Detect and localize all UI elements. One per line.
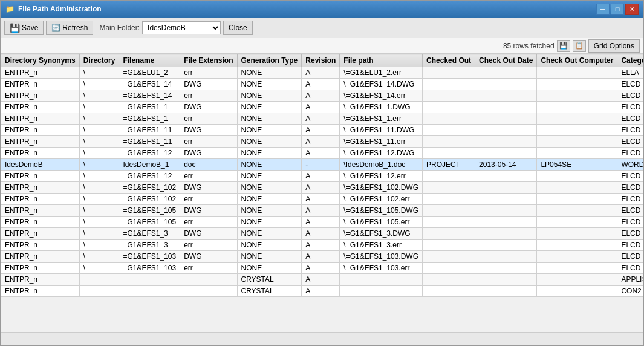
- table-cell: NONE: [237, 79, 302, 90]
- table-cell: \: [79, 102, 119, 113]
- table-row[interactable]: ENTPR_nCRYSTALACON2: [1, 286, 644, 297]
- table-cell: =G1&EFS1_14: [119, 90, 180, 102]
- table-cell: [340, 286, 423, 297]
- table-cell: CRYSTAL: [237, 286, 302, 297]
- table-cell: ENTPR_n: [1, 263, 80, 274]
- table-row[interactable]: ENTPR_n\=G1&EFS1_12errNONEA\=G1&EFS1_12.…: [1, 171, 644, 182]
- table-cell: =G1&ELU1_2: [119, 67, 180, 79]
- table-row[interactable]: ENTPR_n\=G1&EFS1_12DWGNONEA\=G1&EFS1_12.…: [1, 148, 644, 159]
- table-cell: ELCD: [617, 125, 643, 136]
- table-cell: \: [79, 125, 119, 136]
- table-cell: [475, 274, 537, 286]
- table-cell: ELCD: [617, 136, 643, 148]
- table-row[interactable]: ENTPR_n\=G1&EFS1_3errNONEA\=G1&EFS1_3.er…: [1, 240, 644, 251]
- table-cell: \: [79, 240, 119, 251]
- table-cell: [475, 171, 537, 182]
- save-button[interactable]: 💾 Save: [4, 21, 44, 35]
- table-row[interactable]: ENTPR_n\=G1&EFS1_103errNONEA\=G1&EFS1_10…: [1, 263, 644, 274]
- table-cell: [537, 148, 617, 159]
- table-row[interactable]: ENTPR_n\=G1&ELU1_2errNONEA\=G1&ELU1_2.er…: [1, 67, 644, 79]
- table-cell: NONE: [237, 205, 302, 217]
- table-cell: A: [302, 228, 340, 240]
- table-row[interactable]: ENTPR_n\=G1&EFS1_102DWGNONEA\=G1&EFS1_10…: [1, 182, 644, 194]
- table-cell: CON2: [617, 286, 643, 297]
- table-cell: [475, 194, 537, 205]
- table-cell: [423, 125, 475, 136]
- copy-icon-button[interactable]: 📋: [573, 40, 586, 52]
- table-row[interactable]: ENTPR_n\=G1&EFS1_102errNONEA\=G1&EFS1_10…: [1, 194, 644, 205]
- table-row[interactable]: ENTPR_n\=G1&EFS1_11errNONEA\=G1&EFS1_11.…: [1, 136, 644, 148]
- table-cell: A: [302, 136, 340, 148]
- table-cell: [79, 286, 119, 297]
- table-cell: \=G1&EFS1_11.err: [340, 136, 423, 148]
- table-cell: NONE: [237, 240, 302, 251]
- table-cell: -: [302, 159, 340, 171]
- table-row[interactable]: ENTPR_n\=G1&EFS1_103DWGNONEA\=G1&EFS1_10…: [1, 251, 644, 263]
- table-cell: A: [302, 113, 340, 125]
- minimize-button[interactable]: ─: [596, 4, 610, 15]
- table-cell: NONE: [237, 263, 302, 274]
- table-cell: \=G1&EFS1_3.err: [340, 240, 423, 251]
- table-cell: [537, 171, 617, 182]
- table-row[interactable]: ENTPR_n\=G1&EFS1_105errNONEA\=G1&EFS1_10…: [1, 217, 644, 228]
- table-row[interactable]: ENTPR_nCRYSTALAAPPLIST: [1, 274, 644, 286]
- maximize-button[interactable]: □: [611, 4, 624, 15]
- table-cell: A: [302, 125, 340, 136]
- refresh-button[interactable]: 🔄 Refresh: [46, 21, 93, 35]
- close-button[interactable]: Close: [223, 21, 253, 35]
- save-label: Save: [22, 24, 38, 32]
- data-table: Directory Synonyms Directory Filename Fi…: [1, 54, 643, 297]
- close-window-button[interactable]: ✕: [625, 4, 639, 15]
- table-cell: \: [79, 205, 119, 217]
- table-row[interactable]: ENTPR_n\=G1&EFS1_14DWGNONEA\=G1&EFS1_14.…: [1, 79, 644, 90]
- main-folder-select[interactable]: IdesDemoB: [142, 21, 221, 34]
- table-cell: \: [79, 79, 119, 90]
- table-cell: \: [79, 113, 119, 125]
- table-cell: DWG: [180, 148, 237, 159]
- table-cell: [537, 263, 617, 274]
- table-cell: [423, 136, 475, 148]
- table-cell: NONE: [237, 136, 302, 148]
- table-cell: [537, 217, 617, 228]
- table-cell: [537, 182, 617, 194]
- table-cell: [423, 194, 475, 205]
- table-row[interactable]: ENTPR_n\=G1&EFS1_105DWGNONEA\=G1&EFS1_10…: [1, 205, 644, 217]
- col-checked-out: Checked Out: [423, 54, 475, 67]
- table-row[interactable]: ENTPR_n\=G1&EFS1_14errNONEA\=G1&EFS1_14.…: [1, 90, 644, 102]
- bottom-bar: [1, 332, 643, 345]
- col-revision: Revision: [302, 54, 340, 67]
- table-cell: [119, 286, 180, 297]
- table-cell: ELCD: [617, 90, 643, 102]
- save-icon-button[interactable]: 💾: [557, 40, 570, 52]
- table-cell: NONE: [237, 113, 302, 125]
- table-cell: NONE: [237, 67, 302, 79]
- table-row[interactable]: ENTPR_n\=G1&EFS1_3DWGNONEA\=G1&EFS1_3.DW…: [1, 228, 644, 240]
- table-cell: [537, 251, 617, 263]
- table-cell: [537, 113, 617, 125]
- table-row[interactable]: ENTPR_n\=G1&EFS1_1errNONEA\=G1&EFS1_1.er…: [1, 113, 644, 125]
- window-controls: ─ □ ✕: [596, 4, 639, 15]
- table-cell: ENTPR_n: [1, 148, 80, 159]
- table-cell: CRYSTAL: [237, 274, 302, 286]
- table-container[interactable]: Directory Synonyms Directory Filename Fi…: [1, 54, 643, 332]
- table-cell: \: [79, 171, 119, 182]
- table-cell: NONE: [237, 148, 302, 159]
- table-cell: NONE: [237, 125, 302, 136]
- table-row[interactable]: ENTPR_n\=G1&EFS1_11DWGNONEA\=G1&EFS1_11.…: [1, 125, 644, 136]
- table-cell: ENTPR_n: [1, 286, 80, 297]
- table-cell: \: [79, 90, 119, 102]
- grid-options-button[interactable]: Grid Options: [588, 39, 640, 53]
- table-cell: doc: [180, 159, 237, 171]
- table-cell: DWG: [180, 125, 237, 136]
- table-cell: APPLIST: [617, 274, 643, 286]
- table-cell: ELCD: [617, 263, 643, 274]
- table-cell: A: [302, 251, 340, 263]
- table-cell: err: [180, 113, 237, 125]
- table-row[interactable]: IdesDemoB\IdesDemoB_1docNONE-\IdesDemoB_…: [1, 159, 644, 171]
- table-cell: [423, 274, 475, 286]
- table-cell: [475, 67, 537, 79]
- table-cell: [537, 79, 617, 90]
- table-cell: [423, 113, 475, 125]
- table-cell: [475, 251, 537, 263]
- table-row[interactable]: ENTPR_n\=G1&EFS1_1DWGNONEA\=G1&EFS1_1.DW…: [1, 102, 644, 113]
